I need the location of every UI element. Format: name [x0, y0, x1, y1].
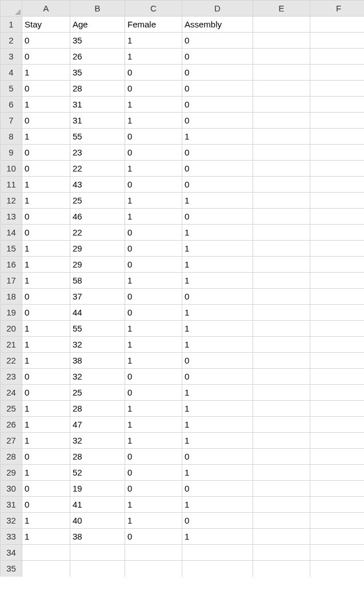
cell-D13[interactable]: 0 — [182, 209, 253, 225]
row-header-21[interactable]: 21 — [1, 337, 22, 353]
cell-E16[interactable] — [253, 257, 310, 273]
cell-C1[interactable]: Female — [125, 17, 182, 33]
cell-E5[interactable] — [253, 81, 310, 97]
cell-B1[interactable]: Age — [70, 17, 125, 33]
cell-C34[interactable] — [125, 545, 182, 561]
cell-E3[interactable] — [253, 49, 310, 65]
cell-A1[interactable]: Stay — [22, 17, 70, 33]
cell-C9[interactable]: 0 — [125, 145, 182, 161]
cell-B3[interactable]: 26 — [70, 49, 125, 65]
select-all-corner[interactable] — [1, 1, 22, 17]
cell-A14[interactable]: 0 — [22, 225, 70, 241]
row-header-7[interactable]: 7 — [1, 113, 22, 129]
cell-C21[interactable]: 1 — [125, 337, 182, 353]
row-header-34[interactable]: 34 — [1, 545, 22, 561]
cell-D23[interactable]: 0 — [182, 369, 253, 385]
cell-D31[interactable]: 1 — [182, 497, 253, 513]
cell-D25[interactable]: 1 — [182, 401, 253, 417]
cell-D12[interactable]: 1 — [182, 193, 253, 209]
cell-F23[interactable] — [310, 369, 365, 385]
cell-A21[interactable]: 1 — [22, 337, 70, 353]
cell-F16[interactable] — [310, 257, 365, 273]
cell-F21[interactable] — [310, 337, 365, 353]
cell-C18[interactable]: 0 — [125, 289, 182, 305]
spreadsheet-grid[interactable]: A B C D E F 1StayAgeFemaleAssembly203510… — [0, 0, 364, 577]
cell-B8[interactable]: 55 — [70, 129, 125, 145]
cell-E1[interactable] — [253, 17, 310, 33]
cell-E17[interactable] — [253, 273, 310, 289]
cell-A23[interactable]: 0 — [22, 369, 70, 385]
row-header-12[interactable]: 12 — [1, 193, 22, 209]
row-header-13[interactable]: 13 — [1, 209, 22, 225]
cell-C19[interactable]: 0 — [125, 305, 182, 321]
cell-C24[interactable]: 0 — [125, 385, 182, 401]
cell-B17[interactable]: 58 — [70, 273, 125, 289]
cell-D33[interactable]: 1 — [182, 529, 253, 545]
cell-C23[interactable]: 0 — [125, 369, 182, 385]
cell-F11[interactable] — [310, 177, 365, 193]
cell-B2[interactable]: 35 — [70, 33, 125, 49]
cell-C29[interactable]: 0 — [125, 465, 182, 481]
cell-A4[interactable]: 1 — [22, 65, 70, 81]
cell-A10[interactable]: 0 — [22, 161, 70, 177]
cell-E6[interactable] — [253, 97, 310, 113]
cell-A5[interactable]: 0 — [22, 81, 70, 97]
cell-B7[interactable]: 31 — [70, 113, 125, 129]
row-header-15[interactable]: 15 — [1, 241, 22, 257]
cell-C13[interactable]: 1 — [125, 209, 182, 225]
cell-B23[interactable]: 32 — [70, 369, 125, 385]
cell-F6[interactable] — [310, 97, 365, 113]
cell-F31[interactable] — [310, 497, 365, 513]
cell-B21[interactable]: 32 — [70, 337, 125, 353]
cell-D2[interactable]: 0 — [182, 33, 253, 49]
cell-E13[interactable] — [253, 209, 310, 225]
row-header-29[interactable]: 29 — [1, 465, 22, 481]
cell-B4[interactable]: 35 — [70, 65, 125, 81]
cell-C12[interactable]: 1 — [125, 193, 182, 209]
cell-F33[interactable] — [310, 529, 365, 545]
cell-B30[interactable]: 19 — [70, 481, 125, 497]
cell-F34[interactable] — [310, 545, 365, 561]
row-header-33[interactable]: 33 — [1, 529, 22, 545]
cell-A22[interactable]: 1 — [22, 353, 70, 369]
cell-C35[interactable] — [125, 561, 182, 577]
cell-E22[interactable] — [253, 353, 310, 369]
cell-C26[interactable]: 1 — [125, 417, 182, 433]
cell-F25[interactable] — [310, 401, 365, 417]
cell-E7[interactable] — [253, 113, 310, 129]
cell-F4[interactable] — [310, 65, 365, 81]
cell-F18[interactable] — [310, 289, 365, 305]
cell-C17[interactable]: 1 — [125, 273, 182, 289]
cell-F24[interactable] — [310, 385, 365, 401]
cell-D27[interactable]: 1 — [182, 433, 253, 449]
cell-D35[interactable] — [182, 561, 253, 577]
row-header-31[interactable]: 31 — [1, 497, 22, 513]
cell-F15[interactable] — [310, 241, 365, 257]
row-header-4[interactable]: 4 — [1, 65, 22, 81]
cell-C8[interactable]: 0 — [125, 129, 182, 145]
cell-A3[interactable]: 0 — [22, 49, 70, 65]
cell-B16[interactable]: 29 — [70, 257, 125, 273]
cell-D5[interactable]: 0 — [182, 81, 253, 97]
cell-C6[interactable]: 1 — [125, 97, 182, 113]
cell-A7[interactable]: 0 — [22, 113, 70, 129]
cell-D21[interactable]: 1 — [182, 337, 253, 353]
col-header-B[interactable]: B — [70, 1, 125, 17]
row-header-10[interactable]: 10 — [1, 161, 22, 177]
cell-C20[interactable]: 1 — [125, 321, 182, 337]
cell-E29[interactable] — [253, 465, 310, 481]
cell-F12[interactable] — [310, 193, 365, 209]
cell-D7[interactable]: 0 — [182, 113, 253, 129]
cell-C4[interactable]: 0 — [125, 65, 182, 81]
cell-E8[interactable] — [253, 129, 310, 145]
row-header-19[interactable]: 19 — [1, 305, 22, 321]
cell-B12[interactable]: 25 — [70, 193, 125, 209]
cell-F17[interactable] — [310, 273, 365, 289]
cell-F5[interactable] — [310, 81, 365, 97]
row-header-14[interactable]: 14 — [1, 225, 22, 241]
cell-D22[interactable]: 0 — [182, 353, 253, 369]
cell-A8[interactable]: 1 — [22, 129, 70, 145]
row-header-5[interactable]: 5 — [1, 81, 22, 97]
cell-D1[interactable]: Assembly — [182, 17, 253, 33]
cell-F26[interactable] — [310, 417, 365, 433]
